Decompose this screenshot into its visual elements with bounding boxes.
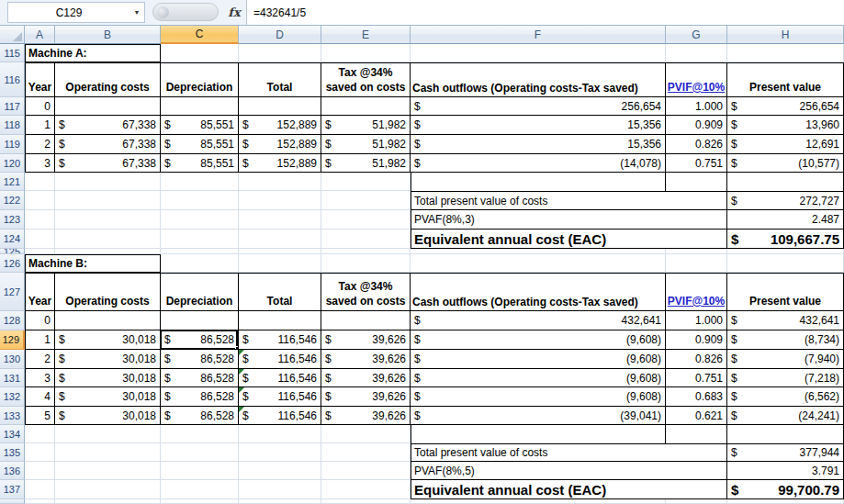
- cell-b129[interactable]: $30,018: [55, 330, 161, 350]
- pvif-link[interactable]: PVIF@10%: [668, 294, 725, 308]
- name-box-dropdown-icon[interactable]: ▼: [129, 9, 144, 16]
- cell-d130-error-flag[interactable]: $116,546: [239, 350, 321, 369]
- row-header-119[interactable]: 119: [0, 135, 25, 154]
- cell[interactable]: [25, 499, 55, 504]
- cell-g130[interactable]: 0.826: [666, 350, 727, 369]
- cell[interactable]: [55, 191, 161, 210]
- cell[interactable]: [321, 44, 411, 62]
- cell[interactable]: [25, 480, 55, 499]
- row-header-129[interactable]: 129: [0, 330, 25, 350]
- header-present-value-b[interactable]: Present value: [727, 273, 844, 311]
- cell-d129[interactable]: $116,546: [239, 330, 321, 350]
- formula-bar-splitter[interactable]: [152, 3, 219, 21]
- cell[interactable]: [727, 173, 844, 191]
- cell[interactable]: [239, 254, 321, 273]
- cell-e118[interactable]: $51,982: [321, 116, 411, 135]
- cell-h119[interactable]: $12,691: [727, 135, 844, 154]
- cell[interactable]: [55, 311, 161, 330]
- cell[interactable]: [239, 499, 321, 504]
- header-present-value-a[interactable]: Present value: [727, 62, 844, 97]
- cell-d131-error-flag[interactable]: $116,546: [239, 369, 321, 387]
- cell[interactable]: [161, 210, 239, 230]
- cell[interactable]: [25, 425, 55, 443]
- cell-h130[interactable]: $(7,940): [727, 350, 844, 369]
- cell[interactable]: [239, 462, 321, 480]
- cell-h132[interactable]: $(6,562): [727, 387, 844, 407]
- pvaf-value-a[interactable]: 2.487: [727, 210, 844, 230]
- cell-d119[interactable]: $152,889: [239, 135, 321, 154]
- header-pvif-b[interactable]: PVIF@10%: [666, 273, 727, 311]
- cell-e120[interactable]: $51,982: [321, 154, 411, 173]
- header-cash-outflows-a[interactable]: Cash outflows (Operating costs-Tax saved…: [411, 62, 666, 97]
- cell[interactable]: [321, 480, 411, 499]
- cell-f132[interactable]: $(9,608): [411, 387, 666, 407]
- eac-value-b[interactable]: $99,700.79: [727, 480, 844, 499]
- cell-c131[interactable]: $86,528: [161, 369, 239, 387]
- cell[interactable]: [25, 230, 55, 249]
- cell-f128[interactable]: $432,641: [411, 311, 666, 330]
- row-header-117[interactable]: 117: [0, 97, 25, 116]
- cell-a128[interactable]: 0: [25, 311, 55, 330]
- cell-h117[interactable]: $256,654: [727, 97, 844, 116]
- cell-h133[interactable]: $(24,241): [727, 407, 844, 425]
- cell[interactable]: [411, 44, 666, 62]
- cell[interactable]: [727, 44, 844, 62]
- row-header-123[interactable]: 123: [0, 210, 25, 230]
- column-header-g[interactable]: G: [666, 26, 727, 44]
- formula-input[interactable]: =432641/5: [246, 0, 844, 25]
- machine-b-title-cell[interactable]: Machine B:: [25, 254, 161, 273]
- cell-h129[interactable]: $(8,734): [727, 330, 844, 350]
- pvif-link[interactable]: PVIF@10%: [668, 80, 725, 95]
- cell-g128[interactable]: 1.000: [666, 311, 727, 330]
- row-header-136[interactable]: 136: [0, 462, 25, 480]
- cell[interactable]: [161, 462, 239, 480]
- pvaf-label-a[interactable]: PVAF(8%,3): [411, 210, 727, 230]
- cell-c130[interactable]: $86,528: [161, 350, 239, 369]
- cell[interactable]: [321, 191, 411, 210]
- cell[interactable]: [411, 254, 666, 273]
- cell[interactable]: [727, 499, 844, 504]
- row-header-138[interactable]: [0, 499, 25, 504]
- row-header-130[interactable]: 130: [0, 350, 25, 369]
- cell[interactable]: [321, 97, 411, 116]
- cell-g118[interactable]: 0.909: [666, 116, 727, 135]
- cell-e131[interactable]: $39,626: [321, 369, 411, 387]
- header-operating-costs-b[interactable]: Operating costs: [55, 273, 161, 311]
- cell[interactable]: [321, 311, 411, 330]
- cell[interactable]: [321, 499, 411, 504]
- column-header-h[interactable]: H: [727, 26, 844, 44]
- cell[interactable]: [666, 173, 727, 191]
- cell-a133[interactable]: 5: [25, 407, 55, 425]
- cell[interactable]: [55, 480, 161, 499]
- cell[interactable]: [321, 230, 411, 249]
- cell[interactable]: [321, 254, 411, 273]
- cell-g119[interactable]: 0.826: [666, 135, 727, 154]
- row-header-127[interactable]: 127: [0, 273, 25, 311]
- cell-b119[interactable]: $67,338: [55, 135, 161, 154]
- cell[interactable]: [55, 462, 161, 480]
- cell-h120[interactable]: $(10,577): [727, 154, 844, 173]
- cell[interactable]: [25, 210, 55, 230]
- row-header-116[interactable]: 116: [0, 62, 25, 97]
- cell[interactable]: [161, 191, 239, 210]
- select-all-button[interactable]: [0, 26, 25, 44]
- header-year-a[interactable]: Year: [25, 62, 55, 97]
- cell-c120[interactable]: $85,551: [161, 154, 239, 173]
- cell-e132[interactable]: $39,626: [321, 387, 411, 407]
- column-header-d[interactable]: D: [239, 26, 321, 44]
- cell-a117[interactable]: 0: [25, 97, 55, 116]
- cell[interactable]: [666, 425, 727, 443]
- cell-a131[interactable]: 3: [25, 369, 55, 387]
- column-header-a[interactable]: A: [25, 26, 55, 44]
- cell-g131[interactable]: 0.751: [666, 369, 727, 387]
- cell[interactable]: [239, 443, 321, 462]
- cell-a132[interactable]: 4: [25, 387, 55, 407]
- cell-c119[interactable]: $85,551: [161, 135, 239, 154]
- cell-h128[interactable]: $432,641: [727, 311, 844, 330]
- row-header-122[interactable]: 122: [0, 191, 25, 210]
- row-header-137[interactable]: 137: [0, 480, 25, 499]
- cell[interactable]: [161, 443, 239, 462]
- row-header-124[interactable]: 124: [0, 230, 25, 249]
- column-header-b[interactable]: B: [55, 26, 161, 44]
- cell[interactable]: [55, 97, 161, 116]
